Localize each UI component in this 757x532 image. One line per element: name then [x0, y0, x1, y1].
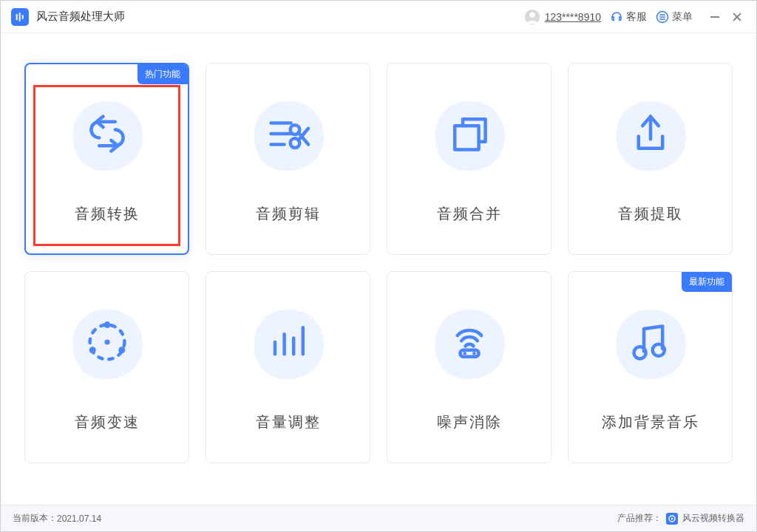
- feature-card-merge[interactable]: 音频合并: [387, 63, 551, 255]
- support-button[interactable]: 客服: [610, 10, 647, 24]
- feature-card-volume[interactable]: 音量调整: [206, 271, 370, 463]
- svg-rect-1: [19, 13, 21, 21]
- merge-icon: [421, 87, 517, 183]
- minimize-button[interactable]: [706, 8, 724, 26]
- avatar-icon: [524, 9, 540, 25]
- bgm-icon: [602, 296, 699, 392]
- feature-card-speed[interactable]: 音频变速: [24, 271, 189, 463]
- app-title: 风云音频处理大师: [36, 10, 125, 24]
- svg-rect-2: [22, 15, 24, 18]
- convert-icon: [59, 87, 155, 183]
- card-label: 音频转换: [75, 204, 140, 224]
- title-bar: 风云音频处理大师 123****8910 客服 菜单: [1, 1, 756, 33]
- volume-icon: [240, 296, 336, 392]
- svg-rect-19: [455, 126, 478, 149]
- feature-card-cut[interactable]: 音频剪辑: [206, 63, 370, 255]
- card-badge: 最新功能: [682, 272, 732, 292]
- card-label: 添加背景音乐: [602, 412, 699, 432]
- menu-button[interactable]: 菜单: [656, 10, 693, 24]
- speed-icon: [59, 296, 155, 392]
- card-label: 音频变速: [75, 412, 140, 432]
- reco-app-icon: [666, 513, 678, 525]
- feature-grid: 热门功能音频转换音频剪辑音频合并音频提取音频变速音量调整噪声消除最新功能添加背景…: [24, 63, 733, 463]
- main-content: 热门功能音频转换音频剪辑音频合并音频提取音频变速音量调整噪声消除最新功能添加背景…: [1, 33, 756, 463]
- feature-card-extract[interactable]: 音频提取: [568, 63, 733, 255]
- extract-icon: [602, 87, 699, 183]
- svg-point-4: [529, 12, 534, 17]
- svg-point-31: [463, 352, 466, 355]
- version-prefix: 当前版本：: [13, 512, 57, 525]
- user-name-link[interactable]: 123****8910: [545, 11, 601, 23]
- card-label: 音频剪辑: [256, 204, 321, 224]
- reco-prefix: 产品推荐：: [617, 512, 662, 525]
- card-label: 噪声消除: [437, 412, 502, 432]
- support-label: 客服: [626, 10, 647, 24]
- svg-marker-36: [671, 517, 673, 520]
- reco-app-link[interactable]: 风云视频转换器: [682, 512, 744, 525]
- feature-card-convert[interactable]: 热门功能音频转换: [24, 63, 189, 255]
- cut-icon: [240, 87, 336, 183]
- svg-point-24: [89, 347, 95, 353]
- close-button[interactable]: [728, 8, 746, 26]
- svg-point-25: [104, 339, 109, 344]
- denoise-icon: [421, 296, 517, 392]
- feature-card-denoise[interactable]: 噪声消除: [387, 271, 551, 463]
- card-label: 音量调整: [256, 412, 321, 432]
- app-logo-icon: [11, 8, 29, 26]
- status-bar: 当前版本： 2021.07.14 产品推荐： 风云视频转换器: [1, 505, 756, 531]
- card-label: 音频提取: [618, 204, 683, 224]
- svg-rect-0: [16, 14, 18, 20]
- card-badge: 热门功能: [138, 64, 188, 84]
- svg-point-32: [472, 352, 476, 355]
- feature-card-bgm[interactable]: 最新功能添加背景音乐: [568, 271, 733, 463]
- svg-point-23: [118, 347, 125, 353]
- version-text: 2021.07.14: [57, 514, 101, 524]
- card-label: 音频合并: [437, 204, 502, 224]
- menu-label: 菜单: [672, 10, 693, 24]
- svg-rect-30: [460, 349, 478, 356]
- svg-point-22: [103, 321, 110, 328]
